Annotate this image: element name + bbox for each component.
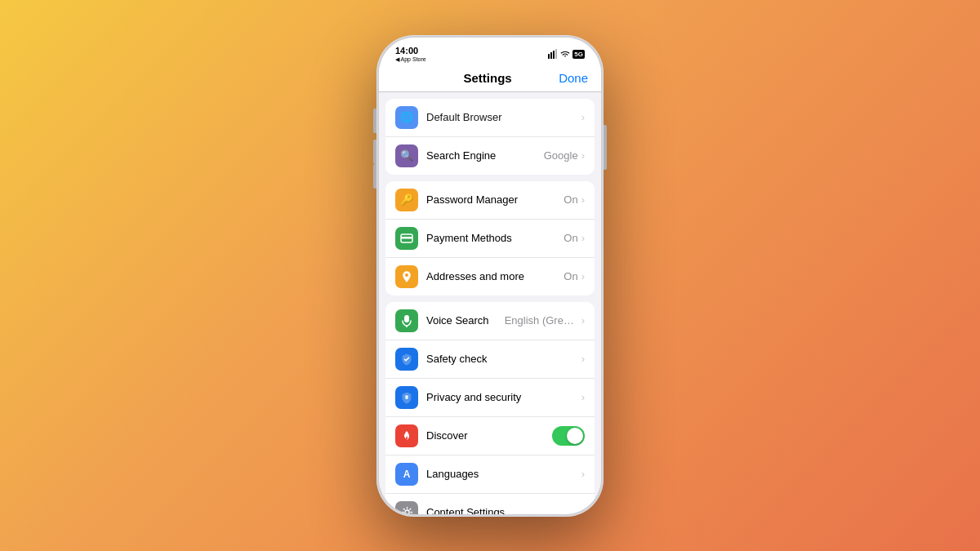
privacy-security-icon [395,386,418,409]
status-bar: 14:00 ◀ App Store 5G [379,38,601,66]
addresses-icon [395,265,418,288]
list-item-addresses[interactable]: Addresses and more On › [385,258,595,295]
discover-toggle[interactable] [552,426,585,446]
safety-check-icon [395,348,418,371]
list-item-payment-methods[interactable]: Payment Methods On › [385,220,595,258]
status-time: 14:00 [395,46,418,56]
content-settings-chevron: › [581,506,585,513]
credit-card-icon [400,232,413,245]
nav-bar: Settings Done [379,66,601,92]
discover-icon [395,424,418,447]
password-manager-value: On [564,193,577,206]
list-item-privacy-security[interactable]: Privacy and security › [385,379,595,417]
nav-title: Settings [463,71,511,85]
svg-rect-2 [553,51,555,59]
addresses-chevron: › [581,270,585,282]
svg-point-6 [405,273,408,277]
settings-group-3: Voice Search English (Great Brit... › Sa… [385,302,595,514]
voice-search-value: English (Great Brit... [505,314,578,327]
checkmark-shield-icon [400,353,413,366]
svg-rect-1 [550,52,552,59]
svg-rect-0 [548,54,550,59]
settings-group-1: 🌐 Default Browser › 🔍 Search Engine Goog… [385,99,595,175]
svg-rect-5 [401,237,412,239]
phone-screen: 14:00 ◀ App Store 5G [379,38,601,514]
list-item-safety-check[interactable]: Safety check › [385,340,595,379]
languages-chevron: › [581,468,585,480]
languages-label: Languages [426,468,581,480]
discover-flame-icon [400,429,413,442]
list-item-voice-search[interactable]: Voice Search English (Great Brit... › [385,302,595,340]
search-engine-icon: 🔍 [395,144,418,167]
privacy-security-chevron: › [581,391,585,403]
privacy-security-label: Privacy and security [426,391,581,403]
addresses-label: Addresses and more [426,270,564,282]
search-engine-label: Search Engine [426,149,544,162]
svg-rect-7 [404,315,409,322]
search-engine-value: Google [544,149,578,162]
default-browser-icon: 🌐 [395,106,418,129]
microphone-icon [401,314,412,327]
status-icons: 5G [548,49,585,59]
password-manager-chevron: › [581,193,585,206]
payment-methods-label: Payment Methods [426,232,564,244]
settings-group-2: 🔑 Password Manager On › Payment Methods … [385,181,595,295]
default-browser-label: Default Browser [426,111,581,123]
payment-methods-chevron: › [581,232,585,244]
list-item-password-manager[interactable]: 🔑 Password Manager On › [385,181,595,220]
toggle-knob [567,428,583,444]
addresses-value: On [564,270,577,282]
svg-point-10 [405,510,409,513]
payment-methods-icon [395,227,418,250]
gear-icon [401,506,413,513]
list-item-discover[interactable]: Discover [385,417,595,455]
content-settings-icon [395,501,418,514]
voice-search-icon [395,309,418,332]
payment-methods-value: On [564,232,577,244]
phone-frame: 14:00 ◀ App Store 5G [376,35,604,517]
password-manager-label: Password Manager [426,193,564,206]
password-manager-icon: 🔑 [395,189,418,211]
voice-search-label: Voice Search [426,314,505,327]
safety-check-label: Safety check [426,353,581,365]
voice-search-chevron: › [581,314,585,327]
list-item-languages[interactable]: A Languages › [385,455,595,494]
status-app-store: ◀ App Store [395,56,426,63]
default-browser-chevron: › [581,111,585,123]
content-settings-label: Content Settings [426,506,581,513]
done-button[interactable]: Done [559,71,588,85]
pin-icon [400,270,413,283]
list-item-content-settings[interactable]: Content Settings › [385,494,595,514]
shield-lock-icon [400,391,413,404]
list-item-default-browser[interactable]: 🌐 Default Browser › [385,99,595,137]
settings-scroll[interactable]: 🌐 Default Browser › 🔍 Search Engine Goog… [379,92,601,514]
search-engine-chevron: › [581,149,585,162]
languages-icon: A [395,463,418,486]
signal-icon [548,49,558,59]
discover-label: Discover [426,429,552,442]
list-item-search-engine[interactable]: 🔍 Search Engine Google › [385,137,595,175]
network-badge: 5G [572,50,585,59]
wifi-icon [560,49,570,59]
safety-check-chevron: › [581,353,585,365]
svg-rect-3 [555,49,557,59]
